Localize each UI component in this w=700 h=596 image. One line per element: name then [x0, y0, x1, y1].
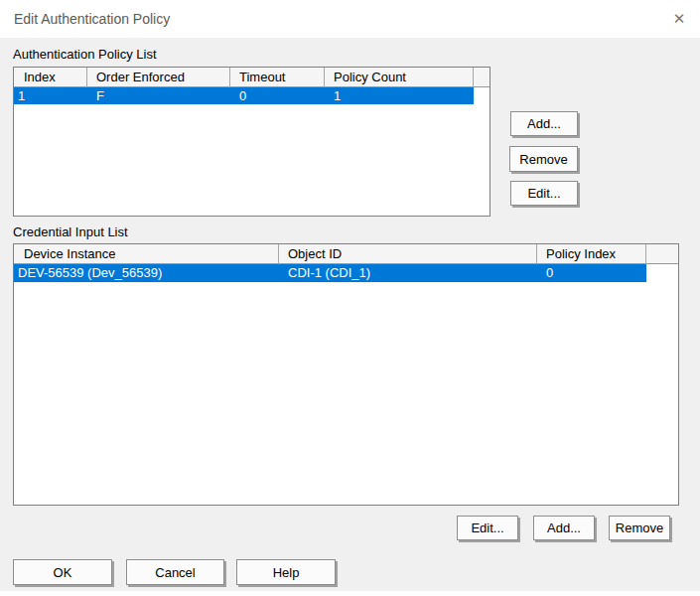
cell-object-id: CDI-1 (CDI_1): [279, 264, 537, 282]
help-button[interactable]: Help: [236, 559, 336, 585]
edit-authentication-policy-dialog: Edit Authentication Policy ✕ Authenticat…: [0, 0, 700, 596]
policy-list-header: Index Order Enforced Timeout Policy Coun…: [14, 68, 490, 87]
column-header-policy-index[interactable]: Policy Index: [537, 244, 646, 264]
column-header-timeout[interactable]: Timeout: [230, 68, 325, 87]
column-header-policy-count[interactable]: Policy Count: [325, 68, 474, 87]
column-header-device-instance[interactable]: Device Instance: [14, 244, 279, 264]
close-icon[interactable]: ✕: [662, 0, 696, 38]
credential-add-button[interactable]: Add...: [533, 516, 595, 540]
header-filler: [474, 68, 490, 87]
window-title: Edit Authentication Policy: [14, 0, 170, 38]
policy-remove-button[interactable]: Remove: [509, 146, 578, 172]
credential-list-header: Device Instance Object ID Policy Index: [14, 244, 678, 264]
credential-input-list: Device Instance Object ID Policy Index D…: [13, 243, 679, 506]
policy-add-button[interactable]: Add...: [510, 111, 578, 136]
bottom-strip: [0, 591, 700, 596]
cell-policy-index: 0: [537, 264, 646, 282]
cell-order-enforced: F: [87, 87, 230, 104]
ok-button[interactable]: OK: [13, 559, 112, 585]
credential-table-row[interactable]: DEV-56539 (Dev_56539) CDI-1 (CDI_1) 0: [14, 264, 646, 282]
cell-policy-count: 1: [325, 87, 474, 104]
cell-device-instance: DEV-56539 (Dev_56539): [14, 264, 279, 282]
cell-index: 1: [14, 87, 87, 104]
cancel-button[interactable]: Cancel: [126, 559, 224, 585]
authentication-policy-list: Index Order Enforced Timeout Policy Coun…: [13, 67, 490, 217]
credential-edit-button[interactable]: Edit...: [457, 516, 518, 540]
cell-timeout: 0: [230, 87, 325, 104]
credential-remove-button[interactable]: Remove: [609, 516, 670, 540]
title-bar: Edit Authentication Policy ✕: [0, 0, 700, 38]
column-header-index[interactable]: Index: [14, 68, 87, 87]
column-header-order-enforced[interactable]: Order Enforced: [87, 68, 230, 87]
header-filler: [646, 244, 678, 264]
credential-input-list-label: Credential Input List: [13, 224, 128, 239]
policy-edit-button[interactable]: Edit...: [510, 181, 578, 206]
policy-table-row[interactable]: 1 F 0 1: [14, 87, 474, 104]
column-header-object-id[interactable]: Object ID: [279, 244, 537, 264]
authentication-policy-list-label: Authentication Policy List: [13, 47, 157, 62]
